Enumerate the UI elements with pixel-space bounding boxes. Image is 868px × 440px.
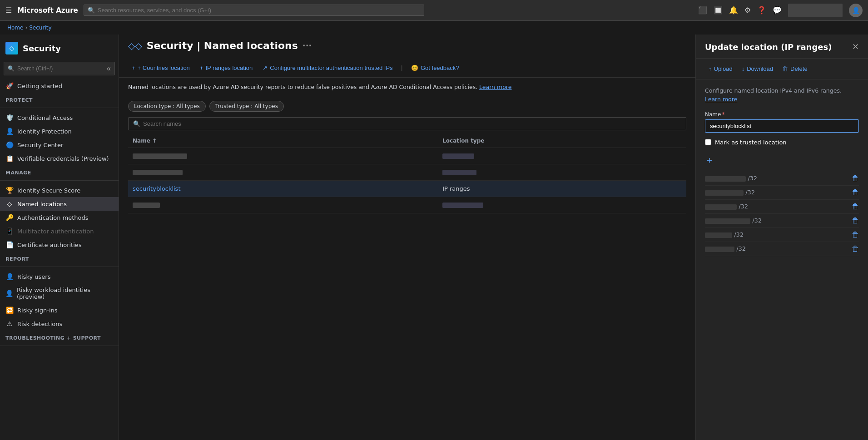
delete-button[interactable]: 🗑 Delete — [779, 63, 811, 74]
table-search-bar[interactable]: 🔍 — [128, 117, 686, 130]
table-cell-name: securityblocklist — [128, 180, 438, 197]
sidebar-header: ◇ Security — [0, 38, 119, 60]
table-search-input[interactable] — [143, 120, 681, 127]
ip-ranges-location-button[interactable]: + IP ranges location — [196, 62, 256, 74]
securityblocklist-link[interactable]: securityblocklist — [133, 185, 181, 192]
authentication-methods-icon: 🔑 — [5, 214, 14, 221]
ip-range-row-2: /32 🗑 — [705, 186, 859, 200]
right-panel-body: Configure named location IPv4 and IPv6 r… — [696, 79, 868, 263]
countries-location-button[interactable]: + + Countries location — [128, 62, 193, 74]
sidebar-item-verifiable-credentials[interactable]: 📋 Verifiable credentials (Preview) — [0, 152, 119, 165]
identity-protection-icon: 👤 — [5, 128, 14, 135]
configure-multifactor-button[interactable]: ↗ Configure multifactor authentication t… — [259, 62, 396, 74]
rp-name-input[interactable] — [705, 119, 859, 133]
ip-delete-button-1[interactable]: 🗑 — [852, 174, 859, 183]
info-banner-link[interactable]: Learn more — [479, 84, 511, 90]
sidebar-section-manage: Manage — [0, 165, 119, 178]
multifactor-auth-icon: 📱 — [5, 227, 14, 235]
sidebar-search-bar[interactable]: 🔍 « — [4, 62, 115, 75]
sidebar-item-certificate-authorities[interactable]: 📄 Certificate authorities — [0, 238, 119, 252]
sidebar-item-security-center[interactable]: 🔵 Security Center — [0, 138, 119, 152]
page-title-ellipsis[interactable]: ··· — [303, 41, 312, 50]
global-search-bar[interactable]: 🔍 — [84, 5, 424, 16]
ip-range-row-1: /32 🗑 — [705, 172, 859, 186]
sidebar-item-label: Identity Protection — [17, 128, 72, 135]
ip-delete-button-5[interactable]: 🗑 — [852, 231, 859, 239]
ip-delete-button-6[interactable]: 🗑 — [852, 245, 859, 253]
bell-icon[interactable]: 🔔 — [729, 6, 738, 15]
hamburger-icon[interactable]: ☰ — [5, 6, 12, 15]
location-type-filter[interactable]: Location type : All types — [128, 101, 206, 112]
avatar[interactable]: 👤 — [849, 4, 863, 17]
ip-delete-button-3[interactable]: 🗑 — [852, 203, 859, 211]
account-bar[interactable] — [788, 4, 843, 17]
feedback-icon[interactable]: 💬 — [773, 6, 782, 15]
required-star: * — [722, 111, 724, 118]
sidebar-item-label: Multifactor authentication — [17, 228, 94, 235]
sidebar-item-risky-workload[interactable]: 👤 Risky workload identities (preview) — [0, 283, 119, 303]
rp-trusted-checkbox[interactable] — [705, 139, 711, 145]
sidebar-item-authentication-methods[interactable]: 🔑 Authentication methods — [0, 211, 119, 224]
divider-troubleshooting — [0, 346, 119, 346]
ip-delete-button-2[interactable]: 🗑 — [852, 188, 859, 197]
verifiable-credentials-icon: 📋 — [5, 155, 14, 162]
settings-icon[interactable]: ⚙️ — [744, 6, 751, 15]
page-title: ◇◇ Security | Named locations ··· — [128, 40, 686, 51]
ip-range-value-3: /32 — [705, 203, 748, 210]
sidebar-item-label: Risky sign-ins — [17, 307, 58, 314]
table-header-name[interactable]: Name ↑ — [128, 134, 438, 148]
global-search-input[interactable] — [98, 7, 420, 14]
redacted-type-2 — [442, 170, 476, 175]
ip-delete-button-4[interactable]: 🗑 — [852, 217, 859, 225]
help-icon[interactable]: ❓ — [757, 6, 766, 15]
named-locations-icon: ◇ — [5, 200, 14, 208]
sidebar-search-icon: 🔍 — [8, 65, 15, 72]
identity-secure-score-icon: 🏆 — [5, 187, 14, 194]
table-row[interactable] — [128, 164, 686, 180]
table-header-location-type[interactable]: Location type — [438, 134, 686, 148]
sidebar-item-identity-protection[interactable]: 👤 Identity Protection — [0, 124, 119, 138]
rp-learn-more-link[interactable]: Learn more — [705, 96, 737, 103]
right-panel-title: Update location (IP ranges) — [705, 42, 832, 52]
top-nav-icons: ⬛ 🔲 🔔 ⚙️ ❓ 💬 👤 — [698, 4, 863, 17]
sidebar-item-risk-detections[interactable]: ⚠️ Risk detections — [0, 317, 119, 331]
redacted-type-4 — [442, 203, 483, 208]
table-row-securityblocklist[interactable]: securityblocklist IP ranges — [128, 180, 686, 197]
table-row[interactable] — [128, 197, 686, 213]
sidebar-item-identity-secure-score[interactable]: 🏆 Identity Secure Score — [0, 183, 119, 197]
redacted-name-2 — [133, 170, 183, 175]
trusted-type-filter[interactable]: Trusted type : All types — [209, 101, 284, 112]
ip-redacted-5 — [705, 232, 732, 238]
security-center-icon: 🔵 — [5, 141, 14, 148]
ip-range-value-2: /32 — [705, 189, 755, 196]
sidebar-item-risky-users[interactable]: 👤 Risky users — [0, 270, 119, 283]
download-button[interactable]: ↓ Download — [738, 63, 777, 74]
breadcrumb-home[interactable]: Home — [7, 25, 23, 31]
sidebar-search-input[interactable] — [17, 65, 104, 72]
right-panel-close-button[interactable]: ✕ — [852, 42, 859, 52]
cloud-shell-icon[interactable]: ⬛ — [698, 6, 707, 15]
sort-icon: ↑ — [152, 138, 157, 144]
ip-range-value-6: /32 — [705, 245, 746, 252]
directory-icon[interactable]: 🔲 — [714, 6, 723, 15]
getting-started-icon: 🚀 — [5, 82, 14, 89]
sidebar-item-risky-sign-ins[interactable]: 🔁 Risky sign-ins — [0, 303, 119, 317]
conditional-access-icon: 🛡️ — [5, 114, 14, 121]
table-row[interactable] — [128, 148, 686, 164]
sidebar-item-getting-started[interactable]: 🚀 Getting started — [0, 79, 119, 93]
got-feedback-button[interactable]: 😊 Got feedback? — [407, 62, 463, 74]
sidebar-item-label: Identity Secure Score — [17, 187, 80, 194]
sidebar-section-report: Report — [0, 252, 119, 264]
upload-button[interactable]: ↑ Upload — [705, 63, 736, 74]
ip-range-value-5: /32 — [705, 231, 744, 238]
sidebar-item-label: Risk detections — [17, 321, 62, 327]
rp-add-ip-button[interactable]: ＋ — [705, 153, 714, 167]
sidebar-item-conditional-access[interactable]: 🛡️ Conditional Access — [0, 111, 119, 124]
sidebar-collapse-button[interactable]: « — [107, 64, 111, 73]
sidebar-page-title: Security — [23, 44, 61, 53]
ip-range-row-4: /32 🗑 — [705, 214, 859, 228]
upload-icon: ↑ — [709, 65, 712, 72]
breadcrumb-security[interactable]: Security — [29, 25, 51, 31]
rp-name-label: Name* — [705, 111, 859, 118]
sidebar-item-named-locations[interactable]: ◇ Named locations — [0, 197, 119, 211]
